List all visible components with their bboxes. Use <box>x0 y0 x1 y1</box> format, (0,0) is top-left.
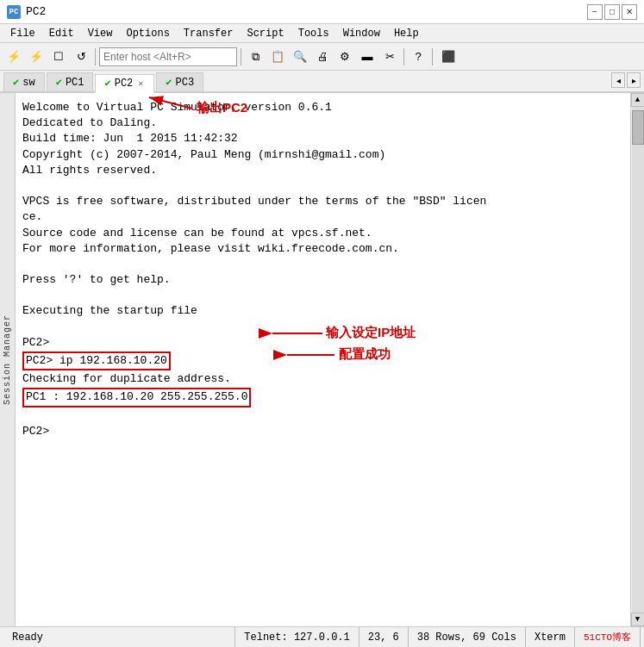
tab-pc1-check: ✔ <box>56 76 62 89</box>
exec-line: Executing the startup file <box>22 304 197 317</box>
tab-pc1[interactable]: ✔ PC1 <box>47 72 94 91</box>
tab-sw-check: ✔ <box>13 76 19 89</box>
app-icon: PC <box>7 5 21 19</box>
menu-help[interactable]: Help <box>387 26 426 41</box>
welcome-line3: Build time: Jun 1 2015 11:42:32 <box>22 132 238 145</box>
toolbar-paste[interactable]: 📋 <box>267 47 288 67</box>
tab-sw[interactable]: ✔ sw <box>3 72 45 91</box>
status-watermark: 51CTO博客 <box>575 627 641 647</box>
vpcs-line4: For more information, please visit wiki.… <box>22 242 399 255</box>
scrollbar-thumb[interactable] <box>632 110 644 145</box>
status-ready: Ready <box>3 627 235 647</box>
tab-pc2[interactable]: ✔ PC2 ✕ <box>95 74 154 93</box>
host-input[interactable] <box>99 47 237 66</box>
minimize-button[interactable]: − <box>587 4 603 20</box>
toolbar: ⚡ ⚡ ☐ ↺ ⧉ 📋 🔍 🖨 ⚙ ▬ ✂ ? ⬛ <box>0 43 644 71</box>
toolbar-cut[interactable]: ✂ <box>379 47 400 67</box>
tab-pc1-label: PC1 <box>66 77 84 89</box>
result-highlighted: PC1 : 192.168.10.20 255.255.255.0 <box>22 388 251 407</box>
toolbar-find[interactable]: 🔍 <box>290 47 310 67</box>
window-controls: − □ ✕ <box>587 4 637 20</box>
tab-pc3[interactable]: ✔ PC3 <box>156 72 203 91</box>
tab-pc2-close[interactable]: ✕ <box>136 78 145 89</box>
toolbar-reconnect[interactable]: ↺ <box>71 47 91 67</box>
tab-sw-label: sw <box>22 77 34 89</box>
menu-edit[interactable]: Edit <box>42 26 81 41</box>
maximize-button[interactable]: □ <box>604 4 620 20</box>
toolbar-print[interactable]: 🖨 <box>312 47 333 67</box>
tab-pc2-label: PC2 <box>115 78 134 90</box>
tabs-row: ✔ sw ✔ PC1 ✔ PC2 ✕ ✔ PC3 ◂ ▸ <box>0 71 644 93</box>
ip-command-highlighted: PC2> ip 192.168.10.20 <box>22 351 171 370</box>
separator-4 <box>432 48 433 65</box>
menu-bar: File Edit View Options Transfer Script T… <box>0 24 644 43</box>
title-bar-left: PC PC2 <box>7 5 46 19</box>
scrollbar-track[interactable] <box>632 107 644 613</box>
menu-window[interactable]: Window <box>336 26 387 41</box>
toolbar-open[interactable]: ⚡ <box>26 47 47 67</box>
press-line: Press '?' to get help. <box>22 273 171 286</box>
menu-file[interactable]: File <box>3 26 42 41</box>
welcome-line4: Copyright (c) 2007-2014, Paul Meng (mirn… <box>22 148 385 161</box>
toolbar-connect[interactable]: ☐ <box>48 47 69 67</box>
menu-script[interactable]: Script <box>240 26 291 41</box>
welcome-line1: Welcome to Virtual PC Simulator, version… <box>22 101 332 114</box>
terminal-container: Welcome to Virtual PC Simulator, version… <box>16 93 644 626</box>
toolbar-help[interactable]: ? <box>408 47 428 67</box>
vpcs-line3: Source code and license can be found at … <box>22 227 372 240</box>
separator-1 <box>95 48 96 65</box>
menu-transfer[interactable]: Transfer <box>177 26 241 41</box>
separator-3 <box>403 48 404 65</box>
toolbar-unknown[interactable]: ▬ <box>357 47 378 67</box>
terminal[interactable]: Welcome to Virtual PC Simulator, version… <box>16 93 630 626</box>
welcome-line2: Dedicated to Daling. <box>22 116 157 129</box>
close-button[interactable]: ✕ <box>622 4 637 20</box>
toolbar-settings[interactable]: ⚙ <box>335 47 355 67</box>
status-dimensions: 38 Rows, 69 Cols <box>409 627 526 647</box>
tab-pc2-check: ✔ <box>104 77 110 90</box>
window-title: PC2 <box>26 5 46 18</box>
status-telnet: Telnet: 127.0.0.1 <box>235 627 359 647</box>
menu-tools[interactable]: Tools <box>291 26 336 41</box>
toolbar-new[interactable]: ⚡ <box>3 47 24 67</box>
status-position: 23, 6 <box>360 627 409 647</box>
prompt2: PC2> <box>22 425 49 438</box>
scrollbar-up[interactable]: ▲ <box>631 93 645 107</box>
status-terminal: Xterm <box>526 627 575 647</box>
title-bar: PC PC2 − □ ✕ <box>0 0 644 24</box>
tabs-nav: ◂ ▸ <box>611 72 641 88</box>
prompt1: PC2> <box>22 336 49 349</box>
tab-pc3-check: ✔ <box>166 76 172 89</box>
vpcs-line1: VPCS is free software, distributed under… <box>22 195 486 208</box>
vpcs-line2: ce. <box>22 210 42 223</box>
separator-2 <box>241 48 241 65</box>
tab-pc3-label: PC3 <box>176 77 195 89</box>
scrollbar-down[interactable]: ▼ <box>631 613 645 626</box>
toolbar-extra[interactable]: ⬛ <box>436 47 460 67</box>
welcome-line5: All rights reserved. <box>22 164 157 177</box>
session-label: Session Manager <box>3 314 12 405</box>
session-panel: Session Manager <box>0 93 16 626</box>
menu-view[interactable]: View <box>81 26 120 41</box>
main-area: Session Manager Welcome to Virtual PC Si… <box>0 93 644 626</box>
checking-line: Checking for duplicate address. <box>22 372 231 385</box>
tabs-nav-right-btn[interactable]: ▸ <box>627 72 641 88</box>
status-bar: Ready Telnet: 127.0.0.1 23, 6 38 Rows, 6… <box>0 626 644 647</box>
scrollbar[interactable]: ▲ ▼ <box>630 93 644 626</box>
tabs-nav-left[interactable]: ◂ <box>611 72 625 88</box>
menu-options[interactable]: Options <box>119 26 176 41</box>
toolbar-copy[interactable]: ⧉ <box>245 47 266 67</box>
